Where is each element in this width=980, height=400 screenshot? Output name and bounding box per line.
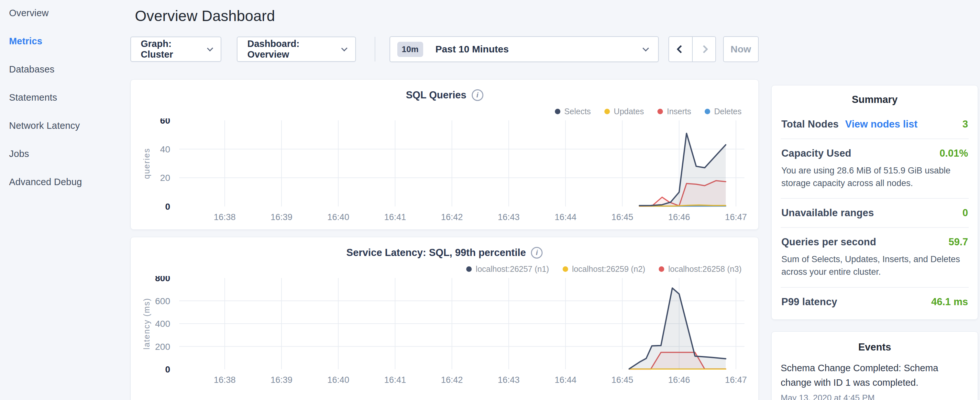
- time-step-buttons: [668, 36, 716, 62]
- toolbar-divider: [375, 37, 375, 62]
- right-rail: Summary Total NodesView nodes list3Capac…: [771, 85, 978, 400]
- graph-scope-dropdown[interactable]: Graph: Cluster: [130, 37, 221, 62]
- time-step-back-button[interactable]: [669, 37, 692, 62]
- sidebar-item-metrics[interactable]: Metrics: [9, 36, 130, 46]
- sql-queries-chart[interactable]: 020406016:3816:3916:4016:4116:4216:4316:…: [131, 118, 759, 227]
- chart-title-row: SQL Queries i: [131, 89, 758, 102]
- svg-text:16:47: 16:47: [725, 212, 747, 222]
- summary-row-value: 3: [963, 118, 968, 130]
- sidebar-item-network-latency[interactable]: Network Latency: [9, 120, 130, 131]
- dashboard-dropdown-label: Dashboard: Overview: [247, 38, 333, 60]
- chevron-left-icon: [676, 45, 685, 53]
- summary-card: Summary Total NodesView nodes list3Capac…: [771, 85, 978, 320]
- summary-row-value: 59.7: [949, 236, 968, 248]
- svg-text:16:39: 16:39: [270, 375, 293, 385]
- chart-title: SQL Queries: [406, 89, 466, 101]
- page-title: Overview Dashboard: [135, 7, 759, 25]
- info-icon[interactable]: i: [472, 89, 484, 101]
- summary-row-label: Capacity Used: [781, 148, 851, 159]
- time-range-label: Past 10 Minutes: [436, 44, 509, 55]
- view-nodes-list-link[interactable]: View nodes list: [845, 118, 917, 130]
- svg-text:200: 200: [155, 342, 170, 352]
- summary-row: P99 latency46.1 ms: [781, 288, 969, 316]
- sidebar-item-overview[interactable]: Overview: [9, 8, 130, 18]
- svg-text:60: 60: [160, 118, 170, 126]
- svg-text:queries: queries: [142, 148, 151, 179]
- summary-row-label: P99 latency: [781, 296, 837, 308]
- legend-item[interactable]: localhost:26257 (n1): [466, 265, 549, 274]
- now-button[interactable]: Now: [723, 36, 759, 62]
- sidebar-item-databases[interactable]: Databases: [9, 64, 130, 75]
- svg-text:16:44: 16:44: [555, 375, 576, 385]
- legend-label: localhost:26257 (n1): [476, 265, 549, 274]
- sidebar-nav: OverviewMetricsDatabasesStatementsNetwor…: [0, 0, 130, 400]
- legend-dot-icon: [705, 109, 710, 114]
- svg-text:16:43: 16:43: [498, 375, 520, 385]
- chart-legend: SelectsUpdatesInsertsDeletes: [131, 106, 741, 116]
- legend-item[interactable]: Deletes: [705, 107, 741, 116]
- chevron-down-icon: [207, 45, 213, 51]
- sidebar-item-jobs[interactable]: Jobs: [9, 148, 130, 159]
- svg-text:16:38: 16:38: [214, 212, 236, 222]
- legend-item[interactable]: Selects: [555, 107, 591, 116]
- time-step-forward-button[interactable]: [692, 37, 715, 62]
- legend-label: Updates: [614, 107, 644, 116]
- graph-scope-dropdown-label: Graph: Cluster: [141, 38, 199, 60]
- service-latency-chart[interactable]: 020040060080016:3816:3916:4016:4116:4216…: [131, 276, 759, 390]
- legend-item[interactable]: localhost:26258 (n3): [659, 265, 741, 274]
- chevron-right-icon: [700, 45, 708, 53]
- svg-text:16:40: 16:40: [328, 375, 349, 385]
- svg-text:16:42: 16:42: [441, 212, 463, 222]
- events-card: Events Schema Change Completed: Schema c…: [771, 331, 978, 400]
- chart-title: Service Latency: SQL, 99th percentile: [347, 247, 526, 258]
- info-icon[interactable]: i: [531, 247, 542, 258]
- service-latency-chart-card: Service Latency: SQL, 99th percentile i …: [130, 237, 759, 400]
- events-heading: Events: [781, 341, 969, 353]
- legend-item[interactable]: Inserts: [657, 107, 691, 116]
- time-range-dropdown[interactable]: 10m Past 10 Minutes: [390, 36, 659, 62]
- svg-text:16:45: 16:45: [611, 375, 633, 385]
- svg-text:16:41: 16:41: [384, 375, 406, 385]
- summary-row-label: Queries per second: [781, 236, 876, 248]
- svg-text:latency (ms): latency (ms): [142, 298, 151, 349]
- svg-text:16:40: 16:40: [328, 212, 349, 222]
- legend-dot-icon: [563, 266, 568, 272]
- svg-text:16:46: 16:46: [668, 212, 690, 222]
- summary-row-label: Unavailable ranges: [781, 207, 874, 219]
- chart-title-row: Service Latency: SQL, 99th percentile i: [131, 246, 758, 259]
- legend-dot-icon: [555, 109, 560, 114]
- toolbar: Graph: Cluster Dashboard: Overview 10m P…: [130, 36, 759, 62]
- legend-item[interactable]: Updates: [605, 107, 644, 116]
- dashboard-dropdown[interactable]: Dashboard: Overview: [237, 37, 356, 62]
- summary-row-label: Total Nodes: [781, 118, 838, 130]
- svg-text:16:38: 16:38: [214, 375, 236, 385]
- svg-text:0: 0: [165, 202, 170, 212]
- summary-row: Total NodesView nodes list3: [781, 110, 969, 139]
- main-content: Overview Dashboard Graph: Cluster Dashbo…: [130, 0, 759, 400]
- sidebar-item-advanced-debug[interactable]: Advanced Debug: [9, 177, 130, 187]
- legend-dot-icon: [657, 109, 663, 114]
- event-message: Schema Change Completed: Schema change w…: [781, 361, 957, 390]
- svg-text:16:42: 16:42: [441, 375, 463, 385]
- svg-text:16:45: 16:45: [611, 212, 633, 222]
- summary-row: Queries per second59.7Sum of Selects, Up…: [781, 228, 969, 287]
- summary-row: Unavailable ranges0: [781, 199, 969, 228]
- legend-label: Selects: [564, 107, 591, 116]
- svg-text:16:47: 16:47: [725, 375, 747, 385]
- chart-legend: localhost:26257 (n1)localhost:26259 (n2)…: [131, 264, 741, 274]
- legend-label: Deletes: [714, 107, 741, 116]
- legend-label: localhost:26259 (n2): [572, 265, 646, 274]
- legend-dot-icon: [466, 266, 472, 272]
- svg-text:800: 800: [155, 276, 170, 283]
- svg-text:0: 0: [165, 364, 170, 375]
- svg-text:16:46: 16:46: [668, 375, 690, 385]
- summary-row-description: Sum of Selects, Updates, Inserts, and De…: [781, 253, 968, 278]
- sidebar-item-statements[interactable]: Statements: [9, 92, 130, 103]
- legend-item[interactable]: localhost:26259 (n2): [563, 265, 646, 274]
- time-range-badge: 10m: [397, 42, 423, 57]
- svg-text:16:43: 16:43: [498, 212, 520, 222]
- summary-row-description: You are using 28.6 MiB of 515.9 GiB usab…: [781, 164, 968, 190]
- sql-queries-chart-card: SQL Queries i SelectsUpdatesInsertsDelet…: [130, 79, 759, 230]
- svg-text:16:41: 16:41: [384, 212, 406, 222]
- summary-row-value: 0.01%: [940, 148, 968, 159]
